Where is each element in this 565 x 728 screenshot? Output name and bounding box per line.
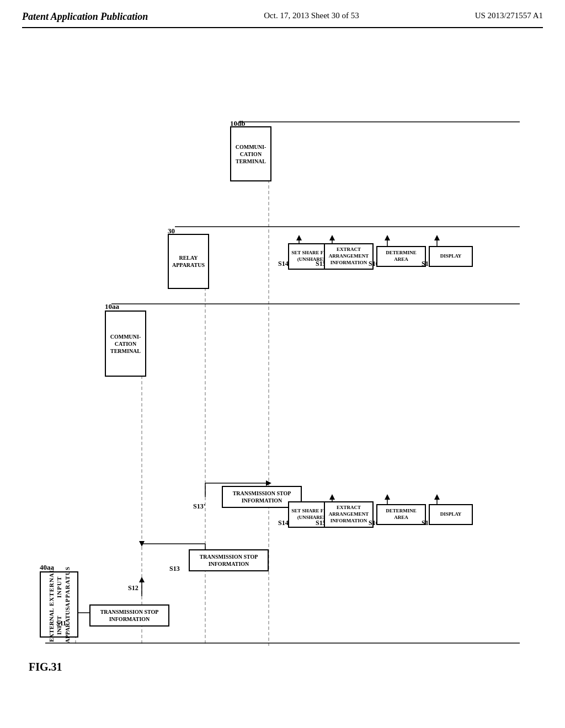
swimlane-comm-aa: COMMUNI-CATIONTERMINAL	[105, 311, 146, 377]
swimlane-external: EXTERNAL INPUTAPPARATUS EXTERNAL INPUTAP…	[40, 571, 78, 638]
svg-marker-29	[296, 235, 302, 240]
sheet-info: Oct. 17, 2013 Sheet 30 of 53	[264, 11, 359, 20]
ref-40aa: 40aa	[40, 563, 54, 572]
step-s17p-box: DISPLAY	[429, 246, 473, 267]
step-s11-box: TRANSMISSION STOPINFORMATION	[89, 604, 169, 627]
patent-number: US 2013/271557 A1	[475, 11, 543, 20]
step-s12-label: S12	[128, 584, 138, 592]
svg-marker-33	[385, 235, 390, 240]
publication-title: Patent Application Publication	[22, 11, 148, 23]
svg-marker-11	[139, 577, 145, 582]
ref-10aa: 10aa	[105, 302, 119, 311]
diagram-arrows	[23, 39, 542, 679]
svg-marker-17	[266, 480, 271, 486]
svg-marker-25	[434, 494, 440, 500]
svg-marker-35	[434, 235, 440, 240]
step-s11-label: S11	[56, 619, 66, 628]
svg-marker-23	[385, 494, 390, 500]
svg-marker-21	[329, 494, 335, 500]
diagram: EXTERNAL INPUTAPPARATUS EXTERNAL INPUTAP…	[23, 39, 542, 679]
page: Patent Application Publication Oct. 17, …	[0, 0, 565, 728]
step-s13-box: TRANSMISSION STOPINFORMATION	[189, 549, 269, 571]
svg-marker-14	[139, 541, 145, 547]
figure-label: FIG.31	[29, 661, 62, 673]
svg-marker-31	[329, 235, 335, 240]
swimlane-external-label: EXTERNAL INPUTAPPARATUS	[47, 566, 71, 607]
swimlane-comm-db: COMMUNI-CATIONTERMINAL	[230, 126, 271, 181]
step-s15-box: EXTRACTARRANGEMENTINFORMATION	[324, 501, 374, 528]
swimlane-relay: RELAYAPPARATUS	[168, 234, 209, 289]
step-s16p-box: DETERMINE AREA	[376, 246, 426, 267]
step-s14-label: S14	[278, 519, 289, 527]
step-s15p-box: EXTRACTARRANGEMENTINFORMATION	[324, 243, 374, 270]
step-s16-box: DETERMINE AREA	[376, 504, 426, 525]
step-s13-label: S13	[169, 565, 180, 573]
step-s13p-label: S13'	[193, 502, 205, 511]
ref-10db: 10db	[230, 119, 245, 128]
header: Patent Application Publication Oct. 17, …	[22, 11, 543, 28]
step-s17-box: DISPLAY	[429, 504, 473, 525]
ref-30: 30	[168, 227, 175, 235]
